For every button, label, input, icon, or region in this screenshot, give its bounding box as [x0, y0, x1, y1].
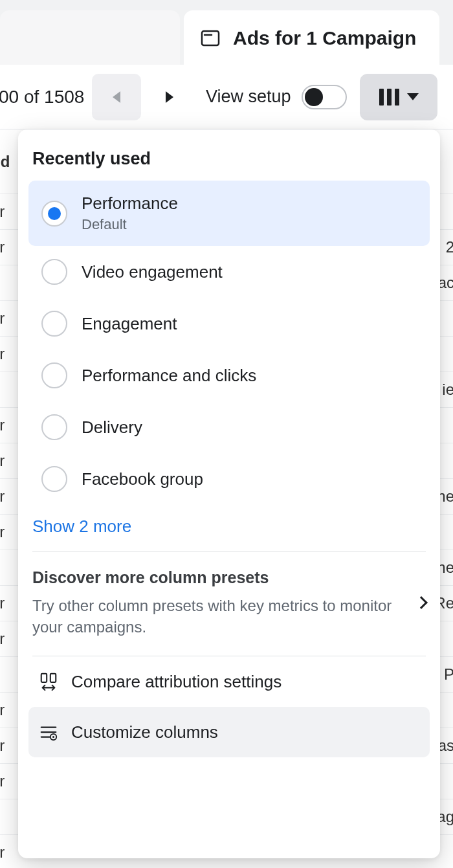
- row-left-fragment: ir: [0, 630, 5, 648]
- radio-icon: [41, 311, 67, 337]
- radio-icon: [41, 259, 67, 285]
- columns-dropdown-panel: Recently used PerformanceDefaultVideo en…: [18, 129, 440, 858]
- row-left-fragment: ir: [0, 345, 5, 363]
- tab-title: Ads for 1 Campaign: [233, 27, 416, 49]
- column-preset-option[interactable]: Facebook group: [28, 453, 430, 505]
- show-more-link[interactable]: Show 2 more: [28, 505, 430, 551]
- row-right-fragment: 2: [446, 238, 453, 256]
- row-left-fragment: ir: [0, 523, 5, 541]
- discover-presets-row[interactable]: Discover more column presets Try other c…: [28, 551, 430, 656]
- radio-icon: [41, 201, 67, 227]
- view-setup-toggle[interactable]: [302, 85, 347, 109]
- view-setup-label: View setup: [206, 87, 291, 107]
- view-setup: View setup: [206, 85, 347, 109]
- caret-down-icon: [407, 93, 419, 100]
- radio-icon: [41, 362, 67, 388]
- row-left-fragment: ir: [0, 843, 5, 862]
- toggle-knob: [305, 88, 323, 106]
- pager-next-button[interactable]: [145, 74, 194, 120]
- compare-icon: [38, 671, 60, 693]
- column-preset-option[interactable]: PerformanceDefault: [28, 181, 430, 246]
- discover-title: Discover more column presets: [32, 568, 409, 587]
- option-label: Facebook group: [82, 469, 203, 489]
- results-count: 00 of 1508: [0, 87, 84, 107]
- row-left-fragment: ir: [0, 416, 5, 434]
- compare-attribution-label: Compare attribution settings: [71, 672, 282, 692]
- tab-ads[interactable]: Ads for 1 Campaign: [184, 10, 439, 66]
- svg-point-8: [52, 736, 54, 738]
- chevron-right-icon: [166, 91, 173, 103]
- tab-previous[interactable]: [0, 10, 180, 66]
- row-right-fragment: P: [444, 665, 453, 684]
- header-fragment: ıd: [0, 153, 10, 171]
- radio-icon: [41, 414, 67, 440]
- row-left-fragment: ir: [0, 737, 5, 755]
- window-icon: [199, 27, 221, 49]
- chevron-left-icon: [113, 91, 120, 103]
- column-preset-option[interactable]: Video engagement: [28, 246, 430, 298]
- row-right-fragment: ac: [438, 274, 453, 292]
- option-label: Engagement: [82, 314, 177, 334]
- radio-icon: [41, 466, 67, 492]
- compare-attribution-row[interactable]: Compare attribution settings: [28, 656, 430, 707]
- row-left-fragment: ir: [0, 309, 5, 328]
- row-right-fragment: as: [438, 737, 453, 755]
- option-label: Performance and clicks: [82, 366, 256, 386]
- chevron-right-icon: [415, 596, 428, 609]
- row-left-fragment: ir: [0, 452, 5, 470]
- customize-icon: [38, 721, 60, 743]
- svg-rect-3: [50, 674, 56, 682]
- recently-used-heading: Recently used: [28, 145, 430, 181]
- option-label: Performance: [82, 194, 178, 214]
- column-preset-option[interactable]: Performance and clicks: [28, 350, 430, 401]
- svg-rect-2: [41, 674, 47, 682]
- option-label: Delivery: [82, 417, 142, 438]
- row-right-fragment: ie: [442, 381, 453, 399]
- toolbar: 00 of 1508 View setup: [0, 65, 453, 129]
- tab-bar: Ads for 1 Campaign: [0, 0, 453, 65]
- pager-prev-button[interactable]: [92, 74, 141, 120]
- pager: [92, 74, 194, 120]
- columns-icon: [379, 89, 399, 106]
- row-left-fragment: ir: [0, 203, 5, 221]
- columns-button[interactable]: [360, 74, 437, 120]
- column-preset-option[interactable]: Engagement: [28, 298, 430, 350]
- option-label: Video engagement: [82, 262, 223, 282]
- row-left-fragment: ir: [0, 238, 5, 256]
- row-left-fragment: ir: [0, 701, 5, 719]
- customize-columns-label: Customize columns: [71, 722, 218, 742]
- row-left-fragment: ir: [0, 772, 5, 790]
- discover-description: Try other column presets with key metric…: [32, 595, 409, 638]
- option-sublabel: Default: [82, 216, 178, 233]
- column-preset-option[interactable]: Delivery: [28, 401, 430, 453]
- customize-columns-row[interactable]: Customize columns: [28, 707, 430, 757]
- row-left-fragment: ir: [0, 594, 5, 612]
- row-left-fragment: ir: [0, 487, 5, 506]
- svg-rect-0: [202, 31, 219, 45]
